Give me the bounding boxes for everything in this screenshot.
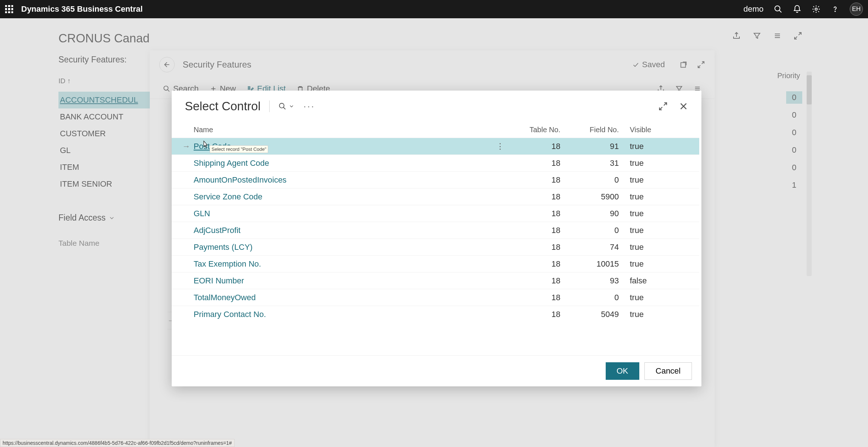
svg-line-9 xyxy=(795,37,797,39)
name-header[interactable]: Name xyxy=(194,126,506,134)
bell-icon[interactable] xyxy=(793,5,802,14)
row-more-button[interactable]: ⋮ xyxy=(495,142,506,151)
field-no-cell: 0 xyxy=(560,226,619,235)
svg-line-15 xyxy=(168,90,170,92)
priority-cell: 0 xyxy=(786,126,802,139)
table-no-cell: 18 xyxy=(506,310,560,319)
grid-row[interactable]: →TotalMoneyOwed⋮180true xyxy=(172,289,699,306)
dialog-search-button[interactable] xyxy=(278,102,294,110)
name-link[interactable]: EORI Number xyxy=(194,276,244,285)
help-icon[interactable] xyxy=(831,5,840,14)
priority-cell: 0 xyxy=(786,144,802,156)
visible-header[interactable]: Visible xyxy=(619,126,692,134)
avatar[interactable]: EH xyxy=(850,3,863,16)
filter-icon[interactable] xyxy=(753,31,761,40)
name-link[interactable]: AdjCustProfit xyxy=(194,226,240,235)
table-no-cell: 18 xyxy=(506,259,560,269)
visible-cell: true xyxy=(619,192,692,202)
dialog-more-button[interactable]: ··· xyxy=(303,100,315,112)
grid-row[interactable]: →Shipping Agent Code⋮1831true xyxy=(172,154,699,171)
grid-row[interactable]: →GLN⋮1890true xyxy=(172,205,699,222)
field-no-cell: 0 xyxy=(560,175,619,185)
table-no-header[interactable]: Table No. xyxy=(506,126,560,134)
field-no-cell: 5900 xyxy=(560,192,619,202)
popout-icon[interactable] xyxy=(679,61,688,69)
grid-row[interactable]: →Tax Exemption No.⋮1810015true xyxy=(172,255,699,272)
name-link[interactable]: Primary Contact No. xyxy=(194,310,266,319)
scrollbar[interactable] xyxy=(807,72,812,276)
search-icon xyxy=(278,102,286,110)
priority-cell: 0 xyxy=(786,109,802,121)
expand-icon[interactable] xyxy=(658,102,668,111)
table-no-cell: 18 xyxy=(506,276,560,286)
name-link[interactable]: Tax Exemption No. xyxy=(194,259,261,268)
select-control-dialog: Select Control ··· Name Table No. Field … xyxy=(172,91,701,386)
visible-cell: true xyxy=(619,209,692,218)
grid-row[interactable]: →Primary Contact No.⋮185049true xyxy=(172,306,699,322)
field-no-cell: 0 xyxy=(560,293,619,302)
app-launcher-icon[interactable] xyxy=(5,5,13,13)
svg-line-1 xyxy=(779,10,781,12)
back-button[interactable] xyxy=(159,57,175,72)
field-no-cell: 31 xyxy=(560,158,619,168)
field-no-cell: 10015 xyxy=(560,259,619,269)
grid-row[interactable]: →EORI Number⋮1893false xyxy=(172,272,699,289)
user-label[interactable]: demo xyxy=(743,4,764,14)
card-title: Security Features xyxy=(183,60,624,70)
name-link[interactable]: Post Code xyxy=(194,142,231,151)
grid-row[interactable]: →AmountOnPostedInvoices⋮180true xyxy=(172,171,699,188)
grid-row[interactable]: →Service Zone Code⋮185900true xyxy=(172,188,699,205)
svg-rect-18 xyxy=(248,87,250,88)
name-link[interactable]: Payments (LCY) xyxy=(194,242,252,252)
dialog-title: Select Control xyxy=(185,99,260,113)
priority-column-header[interactable]: Priority xyxy=(777,72,800,80)
gear-icon[interactable] xyxy=(812,5,821,14)
grid-row[interactable]: →AdjCustProfit⋮180true xyxy=(172,222,699,238)
name-link[interactable]: TotalMoneyOwed xyxy=(194,293,256,302)
share-icon[interactable] xyxy=(732,31,741,40)
svg-rect-11 xyxy=(681,63,686,68)
svg-line-26 xyxy=(664,103,667,106)
name-link[interactable]: AmountOnPostedInvoices xyxy=(194,175,286,184)
priority-cell: 0 xyxy=(786,91,802,104)
name-link[interactable]: Service Zone Code xyxy=(194,192,262,201)
close-icon[interactable] xyxy=(679,102,688,111)
field-no-cell: 90 xyxy=(560,209,619,218)
visible-cell: true xyxy=(619,142,692,151)
ok-button[interactable]: OK xyxy=(606,362,639,380)
expand-icon[interactable] xyxy=(793,31,802,40)
name-link[interactable]: GLN xyxy=(194,209,210,218)
visible-cell: true xyxy=(619,259,692,269)
grid-row[interactable]: →Payments (LCY)⋮1874true xyxy=(172,238,699,255)
saved-indicator: Saved xyxy=(632,60,665,69)
status-bar: https://businesscentral.dynamics.com/488… xyxy=(0,439,235,447)
svg-line-12 xyxy=(702,62,704,64)
svg-point-2 xyxy=(815,8,817,10)
grid-row[interactable]: →Post Code⋮1891true xyxy=(172,138,699,154)
field-no-cell: 93 xyxy=(560,276,619,286)
visible-cell: true xyxy=(619,293,692,302)
company-title: CRONUS Canad xyxy=(58,31,219,45)
chevron-down-icon xyxy=(289,103,294,109)
visible-cell: true xyxy=(619,226,692,235)
svg-point-4 xyxy=(835,11,835,12)
field-no-header[interactable]: Field No. xyxy=(560,126,619,134)
svg-line-13 xyxy=(698,65,700,68)
table-no-cell: 18 xyxy=(506,242,560,252)
arrow-left-icon xyxy=(163,61,171,69)
table-no-cell: 18 xyxy=(506,158,560,168)
visible-cell: false xyxy=(619,276,692,286)
chevron-down-icon xyxy=(108,215,115,221)
list-icon[interactable] xyxy=(773,31,782,40)
name-link[interactable]: Shipping Agent Code xyxy=(194,158,269,168)
priority-cell: 0 xyxy=(786,161,802,174)
table-no-cell: 18 xyxy=(506,293,560,302)
svg-point-14 xyxy=(164,86,168,91)
cancel-button[interactable]: Cancel xyxy=(644,362,692,380)
expand-icon[interactable] xyxy=(697,61,705,69)
search-icon[interactable] xyxy=(774,5,783,14)
svg-line-27 xyxy=(659,107,662,110)
row-indicator-icon: → xyxy=(179,142,194,151)
field-access-header[interactable]: Field Access xyxy=(58,213,115,223)
field-no-cell: 5049 xyxy=(560,310,619,319)
